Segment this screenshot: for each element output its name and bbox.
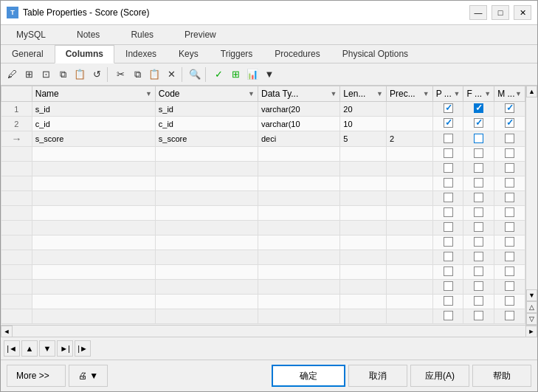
cell-length-2[interactable]: 10 (340, 117, 387, 131)
cb-empty[interactable] (474, 178, 483, 188)
cell-name-2[interactable]: c_id (32, 117, 155, 131)
cb-empty[interactable] (474, 193, 483, 202)
checkbox-p-1[interactable] (444, 103, 453, 113)
col-header-name[interactable]: Name ▼ (32, 86, 155, 102)
cb-empty[interactable] (505, 281, 514, 291)
cell-m-2[interactable] (494, 117, 525, 131)
col-header-m[interactable]: M ... ▼ (494, 86, 525, 102)
col-header-code[interactable]: Code ▼ (155, 86, 258, 102)
checkbox-p-3[interactable] (444, 134, 453, 143)
tab-mysql[interactable]: MySQL (1, 25, 61, 44)
cell-m-1[interactable] (494, 102, 525, 117)
cell-code-3[interactable]: s_score (155, 131, 258, 147)
col-header-precision[interactable]: Prec... ▼ (387, 86, 433, 102)
nav-first-btn[interactable]: |◄ (4, 340, 20, 357)
cb-empty[interactable] (444, 207, 453, 217)
cell-p-3[interactable] (432, 131, 463, 147)
cell-precision-2[interactable] (387, 117, 433, 131)
tab-notes[interactable]: Notes (61, 25, 115, 44)
cb-empty[interactable] (505, 237, 514, 247)
toolbar-cut-btn[interactable]: ✂ (112, 66, 128, 83)
cb-empty[interactable] (474, 237, 483, 247)
cell-precision-3[interactable]: 2 (387, 131, 433, 147)
cb-empty[interactable] (505, 207, 514, 217)
cb-empty[interactable] (444, 252, 453, 261)
cell-f-2[interactable] (463, 117, 494, 131)
cb-empty[interactable] (444, 311, 453, 320)
toolbar-more-btn[interactable]: ▼ (261, 66, 277, 83)
cb-empty[interactable] (444, 267, 453, 276)
nav-next-btn[interactable]: ▼ (39, 340, 55, 357)
cb-empty[interactable] (444, 222, 453, 232)
nav-end-btn[interactable]: |► (75, 340, 91, 357)
cb-empty[interactable] (474, 281, 483, 291)
cb-empty[interactable] (505, 252, 514, 261)
tab-preview[interactable]: Preview (169, 25, 232, 44)
subtab-indexes[interactable]: Indexes (114, 45, 168, 63)
toolbar-excel-btn[interactable]: ⊞ (227, 66, 244, 83)
cell-length-3[interactable]: 5 (340, 131, 387, 147)
cb-empty[interactable] (474, 163, 483, 173)
scroll-up-btn[interactable]: ▲ (526, 86, 537, 97)
subtab-physical-options[interactable]: Physical Options (331, 45, 419, 63)
cell-m-3[interactable] (494, 131, 525, 147)
cb-empty[interactable] (444, 193, 453, 202)
cell-code-2[interactable]: c_id (155, 117, 258, 131)
scrollbar-vertical[interactable]: ▲ ▼ △ ▽ (525, 86, 537, 325)
cell-f-3[interactable] (463, 131, 494, 147)
checkbox-m-3[interactable] (505, 134, 514, 143)
help-button[interactable]: 帮助 (472, 365, 531, 387)
subtab-procedures[interactable]: Procedures (263, 45, 331, 63)
toolbar-check-btn[interactable]: ✓ (210, 66, 227, 83)
cb-empty[interactable] (505, 296, 514, 306)
cb-empty[interactable] (444, 296, 453, 306)
col-header-length[interactable]: Len... ▼ (340, 86, 387, 102)
scroll-right-btn[interactable]: ► (525, 326, 537, 337)
cb-empty[interactable] (505, 222, 514, 232)
cell-length-1[interactable]: 20 (340, 102, 387, 117)
scroll-pagedown-btn[interactable]: ▽ (526, 313, 537, 325)
cb-empty[interactable] (474, 222, 483, 232)
checkbox-f-2[interactable] (474, 118, 483, 128)
subtab-columns[interactable]: Columns (55, 45, 114, 63)
nav-last-btn[interactable]: ►| (57, 340, 73, 357)
checkbox-m-1[interactable] (505, 103, 514, 113)
toolbar-insert-btn[interactable]: ⊞ (21, 66, 37, 83)
cell-datatype-3[interactable]: deci (258, 131, 340, 147)
cell-f-1[interactable] (463, 102, 494, 117)
subtab-triggers[interactable]: Triggers (210, 45, 264, 63)
checkbox-f-1[interactable] (474, 103, 483, 113)
cell-datatype-1[interactable]: varchar(20 (258, 102, 340, 117)
toolbar-export-btn[interactable]: 📊 (244, 66, 261, 83)
apply-button[interactable]: 应用(A) (410, 365, 469, 387)
cb-empty[interactable] (505, 311, 514, 320)
col-header-datatype[interactable]: Data Ty... ▼ (258, 86, 340, 102)
checkbox-p-2[interactable] (444, 118, 453, 128)
cell-name-3[interactable]: s_score (32, 131, 155, 147)
cell-p-1[interactable] (432, 102, 463, 117)
checkbox-m-2[interactable] (505, 118, 514, 128)
subtab-general[interactable]: General (1, 45, 55, 63)
toolbar-paste-btn[interactable]: 📋 (72, 66, 88, 83)
cb-empty[interactable] (505, 267, 514, 276)
subtab-keys[interactable]: Keys (168, 45, 210, 63)
table-scroll[interactable]: Name ▼ Code ▼ (1, 86, 525, 325)
tab-rules[interactable]: Rules (115, 25, 169, 44)
cb-empty[interactable] (505, 148, 514, 158)
scrollbar-horizontal[interactable]: ◄ ► (1, 325, 537, 337)
scroll-pageup-btn[interactable]: △ (526, 301, 537, 313)
toolbar-refresh-btn[interactable]: ↺ (89, 66, 105, 83)
cell-code-1[interactable]: s_id (155, 102, 258, 117)
cell-p-2[interactable] (432, 117, 463, 131)
toolbar-copy2-btn[interactable]: ⧉ (129, 66, 145, 83)
close-button[interactable]: ✕ (514, 5, 531, 20)
cb-empty[interactable] (474, 148, 483, 158)
cell-datatype-2[interactable]: varchar(10 (258, 117, 340, 131)
toolbar-copy-btn[interactable]: ⧉ (55, 66, 71, 83)
more-button[interactable]: More >> (7, 365, 66, 387)
cb-empty[interactable] (444, 178, 453, 188)
cell-name-1[interactable]: s_id (32, 102, 155, 117)
confirm-button[interactable]: 确定 (272, 365, 345, 387)
scroll-down-btn[interactable]: ▼ (526, 289, 537, 301)
cb-empty[interactable] (444, 281, 453, 291)
